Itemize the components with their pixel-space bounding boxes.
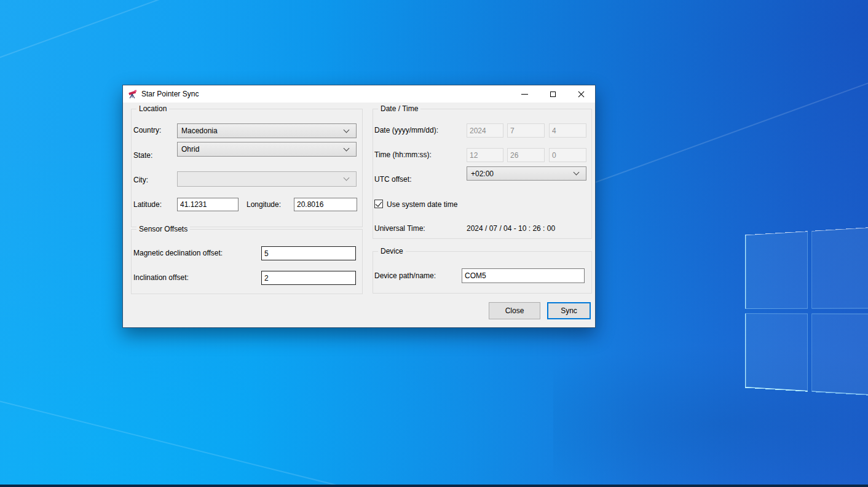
time-minute-input[interactable] <box>507 148 545 162</box>
country-dropdown-value: Macedonia <box>181 127 344 135</box>
windows-logo <box>745 219 868 404</box>
date-year-input[interactable] <box>467 123 503 138</box>
wallpaper-light-beam <box>0 399 483 487</box>
maximize-button[interactable] <box>539 85 567 103</box>
minimize-icon <box>521 94 528 95</box>
star-pointer-sync-window: Star Pointer Sync Location Country: Mace… <box>122 85 596 328</box>
utc-offset-dropdown[interactable]: +02:00 <box>467 166 586 181</box>
utc-offset-dropdown-value: +02:00 <box>471 169 574 178</box>
longitude-label: Longitude: <box>247 200 281 209</box>
utc-offset-label: UTC offset: <box>374 175 411 184</box>
magnetic-declination-label: Magnetic declination offset: <box>133 249 223 257</box>
sync-button[interactable]: Sync <box>547 302 591 319</box>
close-window-button[interactable] <box>567 85 595 103</box>
windows-logo-pane <box>811 313 868 404</box>
country-dropdown[interactable]: Macedonia <box>177 123 357 138</box>
windows-logo-pane <box>745 313 808 391</box>
inclination-offset-input[interactable] <box>261 271 356 285</box>
state-dropdown-value: Ohrid <box>181 145 344 154</box>
chevron-down-icon <box>344 127 350 133</box>
latitude-input[interactable] <box>177 198 239 211</box>
telescope-icon <box>128 89 138 99</box>
titlebar[interactable]: Star Pointer Sync <box>123 85 595 103</box>
state-label: State: <box>133 151 152 160</box>
longitude-input[interactable] <box>294 198 357 211</box>
country-label: Country: <box>133 126 161 134</box>
chevron-down-icon <box>344 175 350 181</box>
chevron-down-icon <box>344 145 350 151</box>
windows-logo-pane <box>811 219 868 309</box>
time-second-input[interactable] <box>549 148 586 162</box>
state-dropdown[interactable]: Ohrid <box>177 142 357 157</box>
date-month-input[interactable] <box>507 123 545 138</box>
windows-logo-pane <box>745 231 808 309</box>
universal-time-label: Universal Time: <box>374 224 425 233</box>
date-label: Date (yyyy/mm/dd): <box>374 126 438 134</box>
time-label: Time (hh:mm:ss): <box>374 150 432 159</box>
chevron-down-icon <box>574 169 580 176</box>
inclination-offset-label: Inclination offset: <box>133 273 189 282</box>
location-group-legend: Location <box>136 104 169 113</box>
city-dropdown[interactable] <box>177 171 357 187</box>
maximize-icon <box>550 92 556 97</box>
close-button[interactable]: Close <box>489 302 540 319</box>
city-label: City: <box>133 176 148 184</box>
wallpaper-light-beam <box>0 0 237 60</box>
datetime-group-legend: Date / Time <box>378 104 420 113</box>
window-title: Star Pointer Sync <box>141 90 199 98</box>
latitude-label: Latitude: <box>133 200 162 209</box>
device-path-label: Device path/name: <box>374 271 436 280</box>
universal-time-value: 2024 / 07 / 04 - 10 : 26 : 00 <box>467 224 555 233</box>
close-icon <box>578 91 585 98</box>
sensor-offsets-group-legend: Sensor Offsets <box>136 225 190 233</box>
minimize-button[interactable] <box>510 85 539 103</box>
use-system-datetime-checkbox[interactable] <box>374 200 383 208</box>
date-day-input[interactable] <box>549 123 586 138</box>
device-path-input[interactable] <box>462 268 585 283</box>
use-system-datetime-label: Use system date time <box>387 200 457 209</box>
time-hour-input[interactable] <box>467 148 503 162</box>
screen-bottom-edge <box>0 485 868 487</box>
magnetic-declination-input[interactable] <box>261 246 356 260</box>
device-group-legend: Device <box>378 247 406 255</box>
